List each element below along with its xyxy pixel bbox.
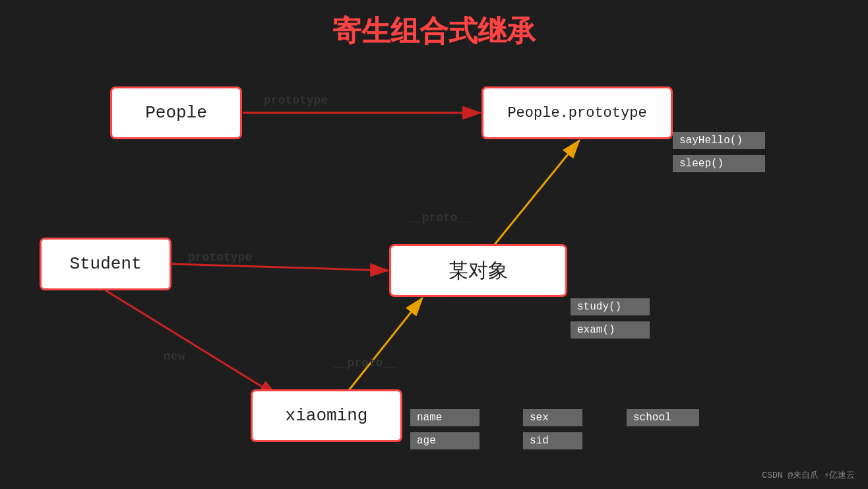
watermark-text: CSDN @来自爪 xyxy=(762,469,819,481)
watermark: CSDN @来自爪 ⚡亿速云 xyxy=(762,469,855,481)
proto-arrow-label-2: __proto__ xyxy=(408,211,472,224)
proto-arrow-label-4: __proto__ xyxy=(333,356,397,370)
new-arrow-label: new xyxy=(164,350,185,363)
name-label: name xyxy=(410,409,480,426)
age-label: age xyxy=(410,432,480,449)
canvas: 寄生组合式继承 People People.prototype xyxy=(0,0,868,489)
people-box: People xyxy=(110,86,242,139)
prototype-arrow-label-1: prototype xyxy=(264,94,328,107)
svg-line-4 xyxy=(172,264,388,271)
some-obj-box: 某对象 xyxy=(389,244,567,297)
people-prototype-label: People.prototype xyxy=(507,105,646,121)
sleep-label: sleep() xyxy=(673,155,765,172)
some-obj-label: 某对象 xyxy=(449,257,508,284)
prototype-arrow-label-2: prototype xyxy=(188,251,252,264)
sex-label: sex xyxy=(523,409,582,426)
exam-label: exam() xyxy=(571,321,650,339)
sid-label: sid xyxy=(523,432,582,449)
sayHello-label: sayHello() xyxy=(673,132,765,149)
people-prototype-box: People.prototype xyxy=(481,86,673,139)
watermark-icon: ⚡亿速云 xyxy=(824,469,855,481)
student-box: Student xyxy=(40,238,171,290)
school-label: school xyxy=(627,409,699,426)
xiaoming-box: xiaoming xyxy=(251,389,402,442)
svg-line-6 xyxy=(106,290,277,396)
xiaoming-label: xiaoming xyxy=(286,406,368,426)
student-label: Student xyxy=(69,254,141,274)
people-label: People xyxy=(145,103,207,123)
page-title: 寄生组合式继承 xyxy=(332,12,536,51)
study-label: study() xyxy=(571,298,650,315)
svg-line-3 xyxy=(481,141,579,261)
